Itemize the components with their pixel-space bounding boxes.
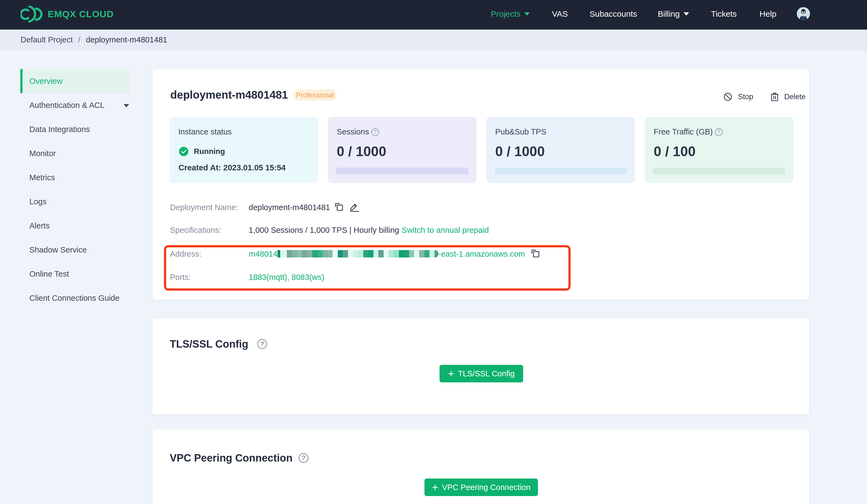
svg-text:?: ? bbox=[374, 129, 376, 135]
svg-text:?: ? bbox=[301, 454, 306, 462]
svg-text:?: ? bbox=[718, 129, 720, 135]
svg-text:?: ? bbox=[260, 340, 264, 348]
